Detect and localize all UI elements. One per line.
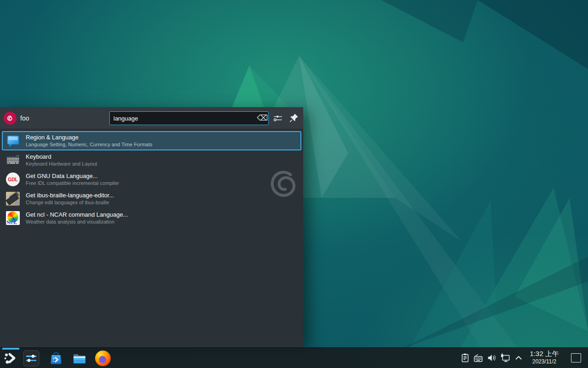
audio-volume-icon[interactable] [486,352,497,363]
expand-tray-chevron-icon[interactable] [513,352,524,363]
application-launcher-panel: foo ⌫ [0,107,303,347]
desktop: foo ⌫ [0,0,588,368]
result-subtitle: Language Setting, Numeric, Currency and … [26,141,153,148]
system-settings-button[interactable] [23,350,40,367]
result-title: Get GNU Data Language... [26,172,119,180]
result-row-keyboard[interactable]: Keyboard Keyboard Hardware and Layout [2,150,301,170]
digital-clock[interactable]: 1:32 上午 2023/11/2 [524,349,565,368]
pin-icon[interactable] [288,113,300,124]
result-row-gdl[interactable]: GDL Get GNU Data Language... Free IDL co… [2,170,301,189]
result-title: Get ibus-braille-language-editor... [26,192,114,199]
ncl-badge-label: NCL [6,219,17,225]
display-icon[interactable] [500,352,511,363]
keyboard-icon [6,153,20,167]
result-row-ncl[interactable]: NCL Get ncl - NCAR command Language... W… [2,208,301,228]
taskbar: 1:32 上午 2023/11/2 [0,347,588,368]
result-title: Keyboard [26,153,97,161]
result-row-region-language[interactable]: Region & Language Language Setting, Nume… [2,131,301,150]
virtual-keyboard-icon[interactable] [473,352,484,363]
discover-button[interactable] [48,350,64,367]
active-task-indicator [2,348,19,350]
result-subtitle: Weather data analysis and visualization [26,218,128,225]
result-row-ibus-braille[interactable]: Get ibus-braille-language-editor... Chan… [2,189,301,208]
result-title: Get ncl - NCAR command Language... [26,211,128,218]
gdl-icon: GDL [6,172,20,187]
result-subtitle: Change edit languages of ibus-braille [26,199,114,206]
ibus-braille-icon [6,191,20,206]
search-results-list: Region & Language Language Setting, Nume… [2,131,301,228]
user-avatar[interactable] [4,112,17,125]
application-launcher-button[interactable] [2,350,19,367]
result-subtitle: Free IDL compatible incremental compiler [26,180,119,186]
clock-date: 2023/11/2 [524,358,565,365]
ncl-globe-icon: NCL [6,211,20,225]
firefox-icon [95,351,111,366]
debian-logo-icon [6,114,14,122]
launcher-header: foo ⌫ [0,107,303,129]
search-input[interactable] [109,111,269,125]
clipboard-icon[interactable] [460,352,471,363]
firefox-button[interactable] [95,350,111,367]
clear-search-icon[interactable]: ⌫ [256,111,268,125]
result-title: Region & Language [26,134,153,141]
user-name-label: foo [20,107,29,129]
clock-time: 1:32 上午 [524,349,565,358]
dolphin-file-manager-button[interactable] [71,350,88,367]
show-desktop-button[interactable] [571,353,581,362]
gdl-badge-label: GDL [6,172,20,186]
result-subtitle: Keyboard Hardware and Layout [26,161,97,167]
configure-icon[interactable] [272,113,284,124]
region-language-icon [6,133,20,148]
